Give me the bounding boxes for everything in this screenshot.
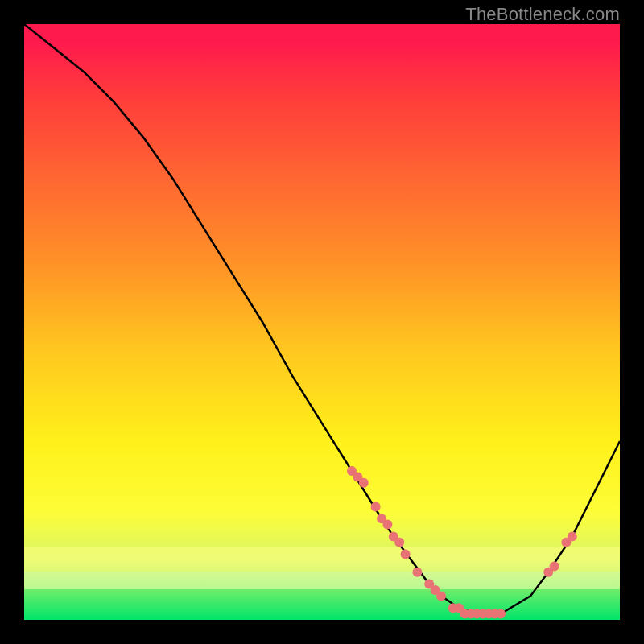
chart-frame: TheBottleneck.com (0, 0, 644, 644)
data-marker (568, 531, 577, 541)
data-marker (496, 609, 506, 619)
bottleneck-curve (24, 24, 620, 614)
curve-markers (347, 466, 577, 619)
data-marker (436, 591, 446, 601)
data-marker (394, 538, 404, 547)
data-marker (412, 568, 422, 577)
watermark-text: TheBottleneck.com (465, 4, 620, 25)
curve-layer (24, 24, 620, 620)
data-marker (401, 550, 411, 559)
plot-area (24, 24, 620, 620)
data-marker (550, 561, 559, 571)
data-marker (371, 502, 381, 511)
data-marker (382, 520, 392, 530)
data-marker (359, 478, 369, 488)
